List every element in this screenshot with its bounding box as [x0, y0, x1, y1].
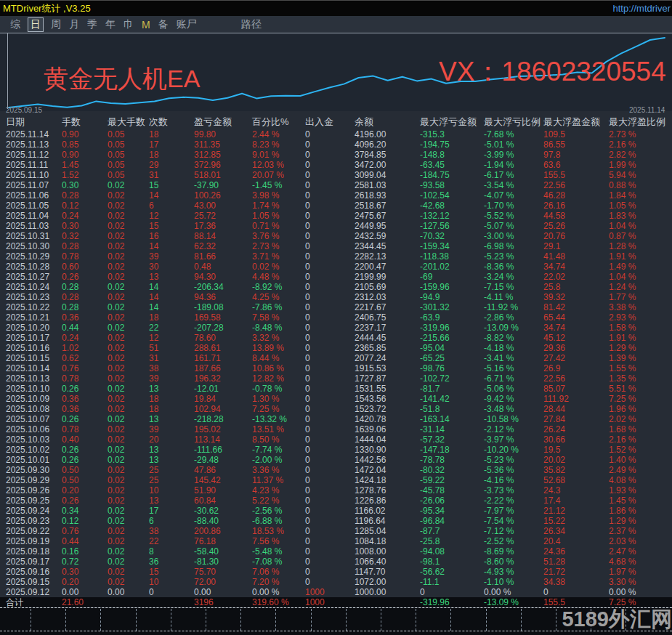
cell-deposit-withdrawal: 0	[304, 139, 353, 150]
col-header-max-lots[interactable]: 最大手数	[102, 114, 145, 129]
cell-date: 2025.11.14	[0, 129, 58, 139]
table-row[interactable]: 2025.10.230.280.021494.364.25 %02312.03-…	[0, 292, 672, 302]
table-row[interactable]: 2025.10.310.320.021688.143.76 %02432.59-…	[0, 231, 672, 241]
col-header-max-float-loss-pct[interactable]: 最大浮亏比例	[482, 114, 542, 129]
table-row[interactable]: 2025.10.090.360.021819.841.30 %01543.56-…	[0, 394, 672, 404]
cell-pnl: -207.28	[189, 323, 251, 333]
col-header-max-float-loss[interactable]: 最大浮亏金额	[418, 114, 482, 129]
menu-item-currency[interactable]: 巾	[124, 18, 134, 31]
table-row[interactable]: 2025.10.290.780.023981.663.71 %02282.13-…	[0, 251, 672, 262]
col-header-pnl-pct[interactable]: 百分比%	[251, 114, 304, 129]
table-row[interactable]: 2025.11.120.900.0518312.859.01 %03784.85…	[0, 150, 672, 160]
cell-max-lots: 0.02	[102, 384, 145, 394]
cell-date: 2025.09.26	[0, 485, 58, 496]
col-header-max-float-profit-pct[interactable]: 最大浮盈比例	[607, 114, 672, 129]
menu-item-path[interactable]: 路径	[241, 18, 262, 31]
table-row[interactable]: 2025.10.130.780.0239196.3212.82 %01727.8…	[0, 373, 672, 384]
table-row[interactable]: 2025.11.101.520.0531518.0120.07 %03099.0…	[0, 170, 672, 180]
table-row[interactable]: 2025.09.240.340.0217-30.62-2.56 %01166.0…	[0, 506, 672, 516]
cell-pnl-pct: 1.30 %	[251, 394, 304, 404]
table-row[interactable]: 2025.09.300.500.022547.863.36 %01472.04-…	[0, 465, 672, 475]
table-row[interactable]: 2025.10.080.360.0218102.947.25 %01523.72…	[0, 404, 672, 414]
table-row[interactable]: 2025.10.270.260.021394.304.48 %02199.99-…	[0, 272, 672, 282]
cell-deposit-withdrawal: 0	[304, 567, 353, 577]
table-row[interactable]: 2025.11.070.300.0215-37.90-1.45 %02581.0…	[0, 180, 672, 190]
table-row[interactable]: 2025.09.250.260.021360.845.22 %01226.86-…	[0, 496, 672, 506]
menu-item-m[interactable]: M	[142, 19, 150, 31]
menu-item-quarter[interactable]: 季	[87, 18, 97, 31]
col-header-lots[interactable]: 手数	[58, 114, 102, 129]
table-row[interactable]: 2025.10.150.620.0231161.718.44 %02077.24…	[0, 353, 672, 363]
table-row[interactable]: 2025.09.220.760.0238200.8618.53 %01285.0…	[0, 526, 672, 536]
table-row[interactable]: 2025.10.070.260.0213-218.28-13.32 %01420…	[0, 414, 672, 424]
table-row[interactable]: 2025.11.130.850.0517311.358.23 %04096.20…	[0, 139, 672, 150]
menu-item-backup[interactable]: 备	[158, 18, 169, 31]
cell-max-float-loss: -57.32	[418, 434, 482, 445]
table-row[interactable]: 2025.10.240.280.0214-206.34-8.92 %02105.…	[0, 282, 672, 292]
table-row[interactable]: 2025.10.030.400.0220113.148.50 %01444.04…	[0, 434, 672, 445]
cell-max-float-profit-pct: 2.49 %	[607, 465, 672, 475]
cell-max-float-loss-pct: -6.71 %	[482, 373, 542, 384]
table-row[interactable]: 2025.09.190.440.022276.187.56 %01084.18-…	[0, 536, 672, 546]
table-row[interactable]: 2025.10.210.360.0218169.587.58 %02406.75…	[0, 312, 672, 323]
table-row[interactable]: 2025.10.100.260.0213-12.01-0.78 %01531.5…	[0, 384, 672, 394]
cell-lots: 0.40	[58, 434, 102, 445]
table-row[interactable]: 2025.09.180.160.028-58.40-5.48 %01008.00…	[0, 546, 672, 557]
cell-max-float-profit: 20.4	[542, 536, 607, 546]
cell-lots: 0.76	[58, 526, 102, 536]
col-header-max-float-profit[interactable]: 最大浮盈金额	[542, 114, 607, 129]
cell-date: 2025.11.10	[0, 170, 58, 180]
menu-item-week[interactable]: 周	[51, 18, 61, 31]
table-row[interactable]: 2025.10.200.440.0222-207.28-8.48 %02237.…	[0, 323, 672, 333]
table-row[interactable]: 2025.10.020.260.0213-111.66-7.74 %01330.…	[0, 445, 672, 455]
table-row[interactable]: 2025.09.290.500.0225145.4211.37 %01424.1…	[0, 475, 672, 485]
cell-deposit-withdrawal: 0	[304, 262, 353, 272]
cell-max-float-profit: 22.56	[542, 373, 607, 384]
table-row[interactable]: 2025.09.120.000.0000.000.00 %10001000.00…	[0, 587, 672, 597]
vendor-url-link[interactable]: http://mtdriver	[613, 3, 671, 14]
cell-max-lots: 0.02	[102, 241, 145, 251]
cell-max-float-profit-pct: 1.45 %	[607, 496, 672, 506]
col-header-count[interactable]: 次数	[145, 114, 189, 129]
col-header-deposit-withdrawal[interactable]: 出入金	[304, 114, 353, 129]
table-row[interactable]: 2025.10.170.240.021278.603.32 %02444.45-…	[0, 333, 672, 343]
menu-item-year[interactable]: 年	[105, 18, 116, 31]
table-row[interactable]: 2025.10.220.280.0214-189.08-7.86 %02217.…	[0, 302, 672, 312]
cell-pnl-pct: 3.76 %	[251, 231, 304, 241]
menu-item-day-active[interactable]: 日	[28, 18, 43, 31]
cell-deposit-withdrawal: 0	[304, 190, 353, 201]
col-header-balance[interactable]: 余额	[353, 114, 418, 129]
table-row[interactable]: 2025.09.230.120.026-88.40-6.88 %01196.64…	[0, 516, 672, 526]
table-row[interactable]: 2025.11.140.900.051899.802.44 %04196.00-…	[0, 129, 672, 139]
col-header-date[interactable]: 日期	[0, 114, 58, 129]
table-row[interactable]: 2025.11.030.300.021517.360.71 %02449.95-…	[0, 221, 672, 231]
table-row[interactable]: 2025.09.150.200.021072.007.20 %01072.00-…	[0, 577, 672, 587]
table-row[interactable]: 2025.11.060.280.0214100.263.98 %02618.93…	[0, 190, 672, 201]
table-row[interactable]: 2025.09.160.300.021575.707.06 %01147.70-…	[0, 567, 672, 577]
cell-max-lots: 0.02	[102, 312, 145, 323]
table-row[interactable]: 2025.10.161.020.0251288.6113.89 %02365.8…	[0, 343, 672, 353]
table-row[interactable]: 2025.10.280.600.02300.480.02 %02200.47-2…	[0, 262, 672, 272]
cell-pnl: 200.86	[189, 526, 251, 536]
table-row[interactable]: 2025.11.111.450.0529372.9612.03 %03472.0…	[0, 160, 672, 170]
cell-max-float-profit: 20.76	[542, 231, 607, 241]
cell-balance: 1285.04	[353, 526, 418, 536]
cell-max-float-loss: -102.72	[418, 373, 482, 384]
cell-count: 12	[145, 211, 189, 221]
menu-item-account[interactable]: 账尸	[177, 18, 197, 31]
cell-lots: 0.26	[58, 414, 102, 424]
table-row[interactable]: 2025.10.140.760.0238187.6610.86 %01915.5…	[0, 363, 672, 373]
menu-item-zong[interactable]: 综	[10, 18, 20, 31]
table-row[interactable]: 2025.10.060.780.0239195.0213.51 %01639.0…	[0, 424, 672, 434]
table-row[interactable]: 2025.10.300.280.021462.322.73 %02344.45-…	[0, 241, 672, 251]
table-row[interactable]: 2025.09.260.200.021051.904.23 %01278.76-…	[0, 485, 672, 496]
cell-deposit-withdrawal: 0	[304, 170, 353, 180]
cell-pnl-pct: 8.50 %	[251, 434, 304, 445]
table-row[interactable]: 2025.09.170.720.0236-81.30-7.08 %01066.4…	[0, 557, 672, 567]
menu-item-month[interactable]: 月	[69, 18, 79, 31]
table-row[interactable]: 2025.10.010.260.0213-29.48-2.00 %01442.5…	[0, 455, 672, 465]
table-row[interactable]: 2025.11.050.120.02643.001.74 %02518.67-4…	[0, 201, 672, 211]
col-header-pnl[interactable]: 盈亏金额	[189, 114, 251, 129]
table-row[interactable]: 2025.11.040.240.021225.721.05 %02475.67-…	[0, 211, 672, 221]
cell-max-lots: 0.02	[102, 414, 145, 424]
